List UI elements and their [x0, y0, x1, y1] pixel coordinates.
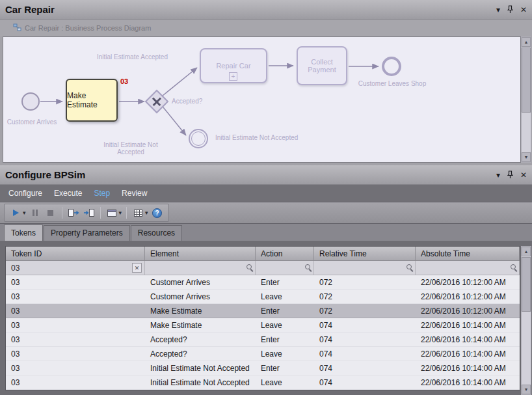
scroll-thumb[interactable] — [522, 257, 531, 312]
step-over-button[interactable] — [67, 206, 80, 219]
close-icon[interactable]: ✕ — [520, 6, 527, 14]
tab-property-parameters[interactable]: Property Parameters — [44, 225, 130, 241]
panel-menu-caret-icon[interactable]: ▾ — [496, 171, 500, 179]
cell-relative-time: 074 — [314, 347, 416, 361]
scroll-down-icon[interactable]: ▼ — [522, 152, 531, 162]
grid-options-caret-icon[interactable]: ▾ — [145, 210, 148, 216]
bpsim-titlebar: Configure BPSim ▾ ✕ — [0, 165, 532, 185]
filter-token-id-input[interactable]: 03 ✕ — [6, 261, 145, 275]
cell-action: Leave — [256, 318, 314, 332]
panel-menu-caret-icon[interactable]: ▾ — [496, 6, 500, 14]
stop-button[interactable] — [44, 206, 57, 219]
tab-tokens[interactable]: Tokens — [4, 225, 43, 241]
help-button[interactable]: ? — [151, 206, 164, 219]
search-icon[interactable] — [406, 264, 412, 269]
column-header-token-id[interactable]: Token ID — [6, 247, 145, 260]
menu-item-review[interactable]: Review — [116, 189, 153, 198]
console-options-caret-icon[interactable]: ▾ — [119, 210, 122, 216]
bpsim-toolbar: ▾ — [0, 202, 532, 224]
menu-item-execute[interactable]: Execute — [48, 189, 88, 198]
grid-icon — [133, 209, 143, 217]
stop-icon — [47, 210, 53, 216]
column-header-action[interactable]: Action — [256, 247, 314, 260]
table-scrollbar[interactable]: ▲ ▼ — [521, 246, 531, 395]
cell-token-id: 03 — [6, 318, 145, 332]
search-icon[interactable] — [511, 264, 516, 269]
scroll-thumb[interactable] — [522, 48, 531, 113]
pause-icon — [33, 210, 38, 216]
tokens-table: Token ID Element Action Relative Time Ab… — [5, 246, 520, 390]
pin-icon[interactable] — [507, 170, 513, 179]
cell-element: Customer Arrives — [145, 275, 256, 289]
column-header-relative-time[interactable]: Relative Time — [314, 247, 416, 260]
run-simulation-button[interactable] — [9, 206, 22, 219]
intermediate-event-not-accepted[interactable] — [189, 129, 208, 148]
cell-action: Enter — [256, 275, 314, 289]
toolbar-separator — [126, 207, 127, 219]
task-make-estimate[interactable]: Make Estimate — [66, 79, 118, 122]
table-row[interactable]: 03Accepted?Enter07422/06/2016 10:14:00 A… — [6, 333, 520, 347]
table-row[interactable]: 03Customer ArrivesLeave07222/06/2016 10:… — [6, 290, 520, 304]
display-grid-button[interactable] — [131, 206, 144, 219]
menu-item-configure[interactable]: Configure — [3, 189, 48, 198]
toolbar-separator — [62, 207, 62, 219]
toolbar-separator — [100, 207, 101, 219]
console-window-button[interactable] — [105, 206, 118, 219]
scroll-down-icon[interactable]: ▼ — [522, 385, 531, 394]
bpsim-menubar: Configure Execute Step Review — [0, 185, 532, 202]
column-header-absolute-time[interactable]: Absolute Time — [416, 247, 520, 260]
bpmn-diagram-canvas[interactable]: Initial Estimate Accepted Customer Arriv… — [3, 36, 521, 163]
bpsim-tabbar: Tokens Property Parameters Resources — [0, 224, 532, 241]
table-filter-row: 03 ✕ — [6, 261, 520, 275]
cell-relative-time: 072 — [314, 290, 416, 303]
cell-element: Initial Estimate Not Accepted — [145, 361, 256, 375]
bpsim-panel: Configure BPSim ▾ ✕ Configure Execute St… — [0, 165, 532, 395]
table-row[interactable]: 03Initial Estimate Not AcceptedEnter0742… — [6, 361, 520, 375]
cell-element: Accepted? — [145, 347, 256, 361]
filter-element-input[interactable] — [145, 261, 256, 275]
scroll-up-icon[interactable]: ▲ — [522, 37, 531, 47]
cell-absolute-time: 22/06/2016 10:12:00 AM — [416, 304, 520, 318]
cell-element: Make Estimate — [145, 304, 256, 318]
clear-filter-icon[interactable]: ✕ — [132, 263, 142, 273]
search-icon[interactable] — [305, 264, 310, 269]
filter-action-input[interactable] — [256, 261, 314, 275]
pin-icon[interactable] — [507, 5, 513, 14]
breadcrumb-bar: Car Repair : Business Process Diagram — [0, 20, 532, 36]
pause-button[interactable] — [29, 206, 42, 219]
cell-element: Customer Arrives — [145, 290, 256, 303]
car-repair-panel: Car Repair ▾ ✕ Car Repair : Business Pro… — [0, 0, 532, 164]
table-row[interactable]: 03Make EstimateLeave07422/06/2016 10:14:… — [6, 318, 520, 333]
table-row[interactable]: 03Customer ArrivesEnter07222/06/2016 10:… — [6, 275, 520, 290]
scroll-up-icon[interactable]: ▲ — [522, 247, 531, 256]
task-collect-payment[interactable]: Collect Payment — [297, 46, 347, 85]
help-icon: ? — [152, 208, 162, 218]
cell-relative-time: 072 — [314, 275, 416, 289]
table-row[interactable]: 03Initial Estimate Not AcceptedLeave0742… — [6, 375, 520, 390]
column-header-element[interactable]: Element — [145, 247, 256, 260]
cell-token-id: 03 — [6, 275, 145, 289]
cell-absolute-time: 22/06/2016 10:14:00 AM — [416, 375, 520, 389]
cell-token-id: 03 — [6, 361, 145, 375]
filter-absolute-time-input[interactable] — [416, 261, 520, 275]
run-options-caret-icon[interactable]: ▾ — [23, 210, 26, 216]
diagram-scrollbar[interactable]: ▲ ▼ — [521, 36, 531, 163]
start-event-customer-arrives[interactable] — [21, 92, 40, 111]
tab-resources[interactable]: Resources — [131, 225, 182, 241]
cell-relative-time: 072 — [314, 304, 416, 318]
table-row[interactable]: 03Make EstimateEnter07222/06/2016 10:12:… — [6, 304, 520, 318]
end-event-customer-leaves[interactable] — [382, 57, 401, 76]
step-into-button[interactable] — [83, 206, 96, 219]
cell-token-id: 03 — [6, 375, 145, 389]
table-row[interactable]: 03Accepted?Leave07422/06/2016 10:14:00 A… — [6, 347, 520, 361]
task-collect-payment-label: Collect Payment — [298, 58, 346, 74]
cell-action: Enter — [256, 304, 314, 318]
task-repair-car[interactable]: Repair Car + — [200, 48, 267, 83]
cell-absolute-time: 22/06/2016 10:14:00 AM — [416, 347, 520, 361]
subprocess-expand-icon[interactable]: + — [229, 72, 237, 81]
search-icon[interactable] — [246, 264, 252, 269]
window-controls: ▾ ✕ — [496, 5, 527, 14]
filter-relative-time-input[interactable] — [314, 261, 416, 275]
close-icon[interactable]: ✕ — [520, 171, 527, 179]
menu-item-step[interactable]: Step — [88, 189, 116, 198]
